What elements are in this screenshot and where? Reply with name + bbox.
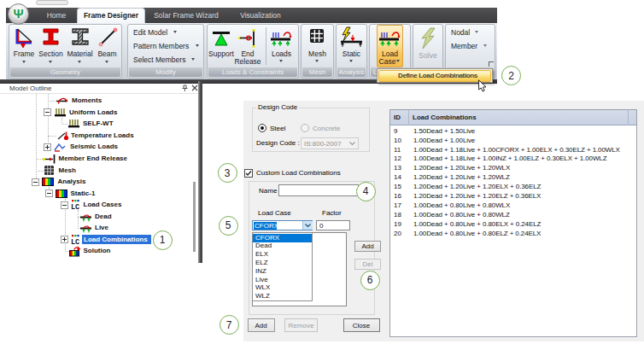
svg-text:LC: LC — [71, 203, 79, 210]
svg-text:LC: LC — [71, 238, 79, 245]
